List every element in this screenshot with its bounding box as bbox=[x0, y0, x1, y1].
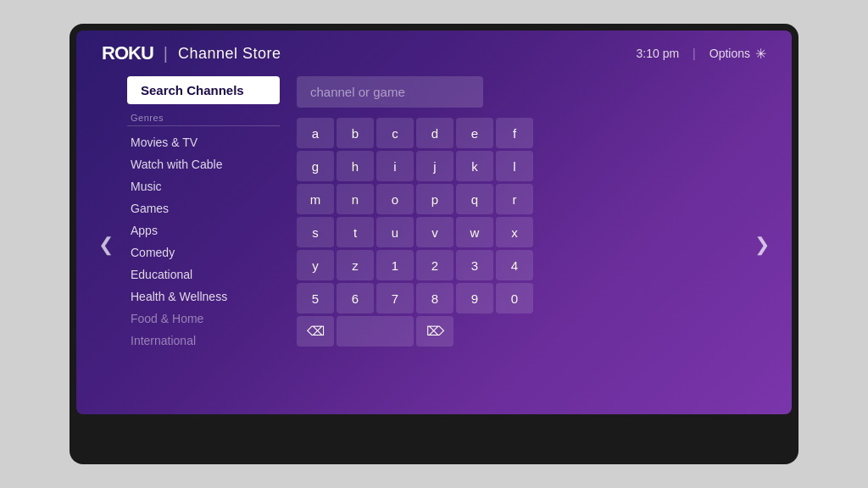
key-n[interactable]: n bbox=[337, 184, 374, 214]
key-k[interactable]: k bbox=[456, 151, 493, 181]
key-d[interactable]: d bbox=[416, 118, 453, 148]
key-0[interactable]: 0 bbox=[496, 283, 533, 313]
key-s[interactable]: s bbox=[297, 217, 334, 247]
key-q[interactable]: q bbox=[456, 184, 493, 214]
key-a[interactable]: a bbox=[297, 118, 334, 148]
genres-label: Genres bbox=[127, 113, 280, 126]
key-m[interactable]: m bbox=[297, 184, 334, 214]
key-8[interactable]: 8 bbox=[416, 283, 453, 313]
key-space[interactable] bbox=[337, 316, 414, 347]
right-content: channel or game abcdefghijklmnopqrstuvwx… bbox=[288, 76, 749, 414]
key-v[interactable]: v bbox=[416, 217, 453, 247]
menu-item[interactable]: International bbox=[127, 330, 280, 352]
header-divider: | bbox=[164, 44, 168, 64]
stand-leg-left bbox=[127, 422, 178, 464]
key-3[interactable]: 3 bbox=[456, 250, 493, 280]
key-9[interactable]: 9 bbox=[456, 283, 493, 313]
search-channels-button[interactable]: Search Channels bbox=[127, 76, 280, 104]
key-u[interactable]: u bbox=[376, 217, 414, 247]
search-input-display[interactable]: channel or game bbox=[297, 76, 483, 108]
tv-frame: ROKU | Channel Store 3:10 pm | Options ✳… bbox=[70, 24, 798, 464]
menu-item[interactable]: Comedy bbox=[127, 241, 280, 263]
menu-item[interactable]: Games bbox=[127, 197, 280, 219]
menu-item[interactable]: Watch with Cable bbox=[127, 153, 280, 175]
key-y[interactable]: y bbox=[297, 250, 334, 280]
key-b[interactable]: b bbox=[337, 118, 374, 148]
key-5[interactable]: 5 bbox=[297, 283, 334, 313]
menu-item[interactable]: Educational bbox=[127, 263, 280, 286]
roku-logo: ROKU bbox=[102, 42, 153, 64]
time-display: 3:10 pm bbox=[637, 47, 680, 60]
key-p[interactable]: p bbox=[416, 184, 453, 214]
key-2[interactable]: 2 bbox=[416, 250, 453, 280]
channel-store-title: Channel Store bbox=[178, 45, 281, 63]
menu-list: Movies & TVWatch with CableMusicGamesApp… bbox=[127, 131, 280, 352]
right-nav-arrow-container: ❯ bbox=[749, 76, 775, 414]
key-c[interactable]: c bbox=[376, 118, 414, 148]
key-delete[interactable]: ⌫ bbox=[297, 316, 334, 347]
options-button[interactable]: Options ✳ bbox=[709, 46, 766, 62]
options-icon: ✳ bbox=[755, 46, 766, 62]
menu-item[interactable]: Movies & TV bbox=[127, 131, 280, 153]
key-1[interactable]: 1 bbox=[376, 250, 414, 280]
header-time-divider: | bbox=[693, 47, 696, 60]
left-nav-arrow[interactable]: ❮ bbox=[93, 76, 119, 414]
header: ROKU | Channel Store 3:10 pm | Options ✳ bbox=[76, 30, 792, 76]
key-e[interactable]: e bbox=[456, 118, 493, 148]
options-label: Options bbox=[709, 47, 750, 60]
key-x[interactable]: x bbox=[496, 217, 533, 247]
key-4[interactable]: 4 bbox=[496, 250, 533, 280]
menu-item[interactable]: Food & Home bbox=[127, 308, 280, 330]
key-g[interactable]: g bbox=[297, 151, 334, 181]
header-right: 3:10 pm | Options ✳ bbox=[637, 46, 766, 62]
key-o[interactable]: o bbox=[376, 184, 414, 214]
stand-leg-right bbox=[690, 422, 741, 464]
key-f[interactable]: f bbox=[496, 118, 533, 148]
action-keys-row: ⌫ ⌦ bbox=[297, 316, 741, 347]
key-z[interactable]: z bbox=[337, 250, 374, 280]
tv-screen: ROKU | Channel Store 3:10 pm | Options ✳… bbox=[76, 30, 792, 414]
key-clear[interactable]: ⌦ bbox=[416, 316, 453, 347]
menu-item[interactable]: Music bbox=[127, 175, 280, 197]
key-r[interactable]: r bbox=[496, 184, 533, 214]
key-t[interactable]: t bbox=[337, 217, 374, 247]
key-j[interactable]: j bbox=[416, 151, 453, 181]
key-h[interactable]: h bbox=[337, 151, 374, 181]
main-content: ❮ Search Channels Genres Movies & TVWatc… bbox=[76, 76, 792, 414]
menu-item[interactable]: Apps bbox=[127, 219, 280, 241]
keyboard-grid: abcdefghijklmnopqrstuvwxyz1234567890 bbox=[297, 118, 741, 313]
key-l[interactable]: l bbox=[496, 151, 533, 181]
key-7[interactable]: 7 bbox=[376, 283, 414, 313]
header-left: ROKU | Channel Store bbox=[102, 42, 281, 64]
key-6[interactable]: 6 bbox=[337, 283, 374, 313]
menu-item[interactable]: Health & Wellness bbox=[127, 286, 280, 308]
tv-stand bbox=[76, 414, 792, 464]
key-i[interactable]: i bbox=[376, 151, 414, 181]
key-w[interactable]: w bbox=[456, 217, 493, 247]
right-nav-arrow[interactable]: ❯ bbox=[749, 234, 775, 256]
sidebar: Search Channels Genres Movies & TVWatch … bbox=[119, 76, 288, 414]
